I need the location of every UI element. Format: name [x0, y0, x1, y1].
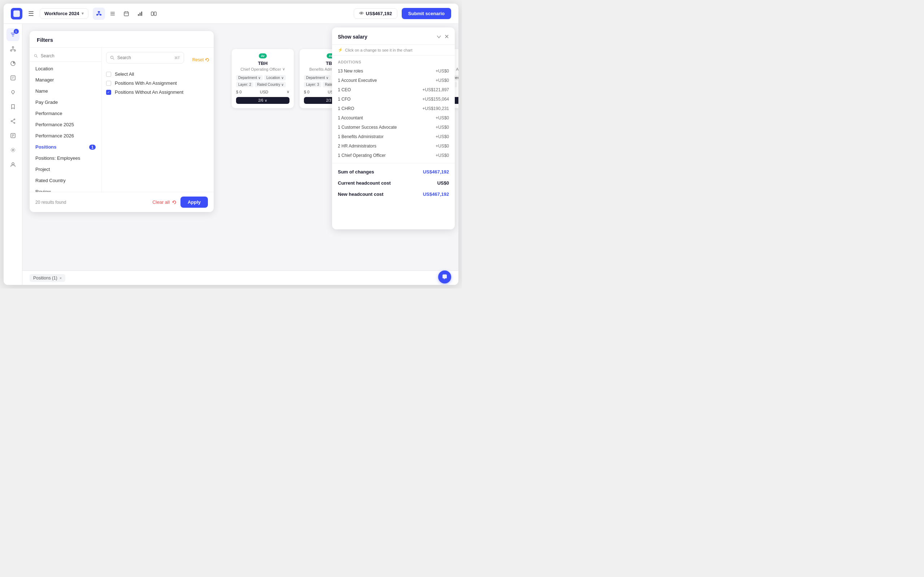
org-card-0-header: Ar [236, 53, 289, 58]
addition-row-5: 1 Accountant +US$0 [332, 113, 455, 122]
content-area: Filters Location Manager Name Pay Grade … [23, 24, 459, 285]
without-assignment-checkbox[interactable]: ✓ [106, 90, 111, 95]
nav-calendar-button[interactable] [120, 8, 132, 20]
svg-rect-15 [151, 12, 153, 16]
sidebar-icon-hierarchy[interactable] [6, 43, 19, 56]
logo-button[interactable] [11, 8, 23, 19]
nav-orgchart-button[interactable] [93, 8, 105, 20]
submit-scenario-button[interactable]: Submit scenario [402, 8, 451, 19]
without-assignment-label: Positions Without An Assignment [115, 89, 183, 95]
filter-item-review[interactable]: Review [30, 186, 102, 192]
filter-item-performance-2026[interactable]: Performance 2026 [30, 130, 102, 141]
main-layout: 1 [3, 24, 459, 285]
svg-line-36 [12, 121, 14, 122]
filter-item-pay-grade[interactable]: Pay Grade [30, 97, 102, 108]
org-card-0-tags: Department ∨ Location ∨ Layer: 2 Rated C… [236, 75, 289, 87]
svg-point-21 [10, 50, 12, 51]
svg-rect-16 [154, 12, 156, 16]
with-assignment-checkbox[interactable] [106, 81, 111, 86]
filter-body: Location Manager Name Pay Grade Performa… [30, 48, 214, 192]
with-assignment-label: Positions With An Assignment [115, 81, 177, 86]
filter-item-performance[interactable]: Performance [30, 108, 102, 119]
sidebar-icon-filter[interactable]: 1 [6, 28, 19, 41]
workspace-chevron-icon: ▾ [82, 11, 84, 16]
org-tag[interactable]: Rated Country ∨ [255, 82, 286, 87]
addition-row-3: 1 CFO +US$155,064 [332, 95, 455, 104]
menu-icon[interactable]: ☰ [27, 8, 36, 19]
sidebar-icon-user[interactable] [6, 158, 19, 171]
filter-category-search-input[interactable] [41, 53, 97, 58]
svg-point-34 [11, 121, 12, 122]
keyboard-shortcut: ⌘F [174, 56, 180, 60]
reset-button[interactable]: Reset [192, 57, 209, 62]
svg-rect-8 [124, 12, 129, 16]
filter-item-positions[interactable]: Positions 1 [30, 141, 102, 153]
cost-badge[interactable]: 👁 US$467,192 [354, 8, 397, 19]
filter-item-performance-2025[interactable]: Performance 2025 [30, 119, 102, 130]
org-card-0-salary: $ 0 USD ∨ [236, 89, 289, 94]
sidebar-icon-share[interactable] [6, 115, 19, 128]
new-cost-row: New headcount cost US$467,192 [332, 189, 455, 200]
top-bar-right: 👁 US$467,192 Submit scenario [354, 8, 451, 19]
org-tag[interactable]: Layer: 3 [304, 82, 321, 87]
select-all-checkbox[interactable] [106, 72, 111, 77]
apply-button[interactable]: Apply [181, 197, 208, 208]
org-tag[interactable]: Layer: 2 [236, 82, 254, 87]
nav-list-button[interactable] [107, 8, 119, 20]
filter-item-rated-country[interactable]: Rated Country [30, 175, 102, 186]
select-all-label: Select All [115, 71, 134, 77]
filter-options-search-input[interactable] [117, 55, 171, 60]
nav-icons [93, 8, 160, 20]
filter-footer: 20 results found Clear all Apply [30, 192, 214, 212]
svg-rect-27 [11, 76, 15, 80]
divider [332, 163, 455, 163]
filter-item-project[interactable]: Project [30, 164, 102, 175]
svg-rect-19 [12, 36, 14, 36]
filter-options-panel: ⌘F Reset Select All [102, 48, 214, 192]
bottom-bar: Positions (1) × [23, 271, 459, 285]
org-tag[interactable]: Location ∨ [264, 75, 286, 81]
org-card-0-footer[interactable]: 2/6 ∨ [236, 97, 289, 104]
svg-line-25 [13, 49, 15, 50]
org-tag[interactable]: Department ∨ [304, 75, 331, 81]
workspace-selector[interactable]: Workforce 2024 ▾ [40, 8, 89, 19]
bottom-tag-label: Positions (1) [33, 276, 57, 280]
addition-row-7: 1 Benefits Administrator +US$0 [332, 132, 455, 141]
filter-item-manager[interactable]: Manager [30, 74, 102, 85]
sidebar-icon-bookmark[interactable] [6, 100, 19, 113]
org-card-0-title: TBH [236, 61, 289, 66]
filter-panel-title: Filters [30, 31, 214, 48]
option-select-all[interactable]: Select All [106, 71, 209, 77]
org-tag[interactable]: Department ∨ [236, 75, 263, 81]
reset-label: Reset [192, 57, 204, 62]
addition-row-1: 1 Account Executive +US$0 [332, 76, 455, 85]
sum-of-changes-row: Sum of changes US$467,192 [332, 166, 455, 177]
right-panel-header: Show salary ✕ [332, 27, 455, 45]
close-panel-button[interactable]: ✕ [444, 33, 449, 40]
sidebar-icon-analytics[interactable] [6, 57, 19, 70]
right-panel-title: Show salary [338, 34, 367, 40]
option-with-assignment[interactable]: Positions With An Assignment [106, 81, 209, 86]
org-card-0-role: Chief Operating Officer ∨ [236, 67, 289, 71]
nav-chart-button[interactable] [134, 8, 146, 20]
filter-item-positions-employees[interactable]: Positions: Employees [30, 153, 102, 164]
filter-options-list: Select All Positions With An Assignment … [106, 71, 209, 95]
nav-compare-button[interactable] [148, 8, 160, 20]
addition-row-0: 13 New roles +US$0 [332, 66, 455, 76]
sidebar-icon-idea[interactable] [6, 86, 19, 99]
clear-all-button[interactable]: Clear all [152, 200, 177, 205]
sidebar-icon-list[interactable] [6, 71, 19, 84]
filter-options-header: ⌘F Reset [106, 52, 209, 68]
additions-section-title: ADDITIONS [332, 56, 455, 66]
option-without-assignment[interactable]: ✓ Positions Without An Assignment [106, 89, 209, 95]
filter-category-search [30, 50, 102, 62]
sidebar-icon-notes[interactable] [6, 129, 19, 142]
chat-button[interactable] [438, 271, 451, 284]
current-cost-row: Current headcount cost US$0 [332, 177, 455, 189]
filter-item-location[interactable]: Location [30, 63, 102, 74]
remove-filter-tag-button[interactable]: × [60, 276, 62, 280]
svg-line-24 [11, 49, 13, 50]
filter-item-name[interactable]: Name [30, 85, 102, 97]
right-panel: Show salary ✕ ⚡ Click on a change to see… [332, 27, 455, 229]
sidebar-icon-settings[interactable] [6, 143, 19, 156]
